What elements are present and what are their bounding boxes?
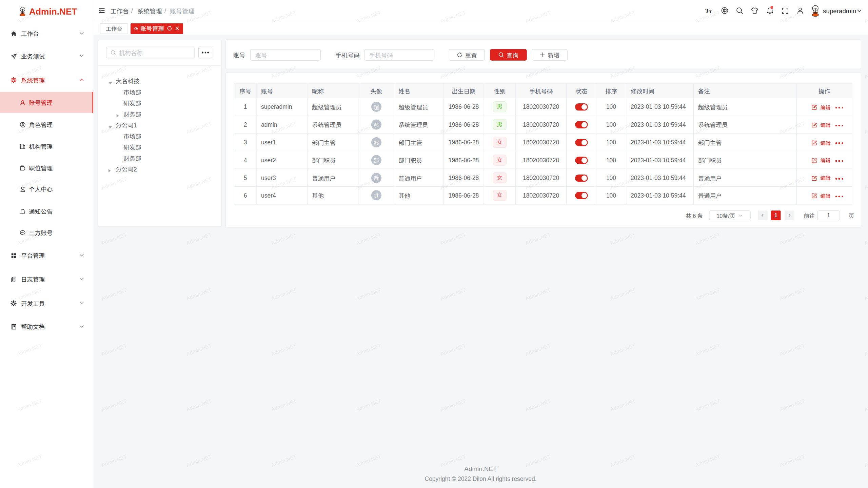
svg-text:T: T: [705, 7, 709, 14]
svg-text:T: T: [709, 9, 712, 14]
